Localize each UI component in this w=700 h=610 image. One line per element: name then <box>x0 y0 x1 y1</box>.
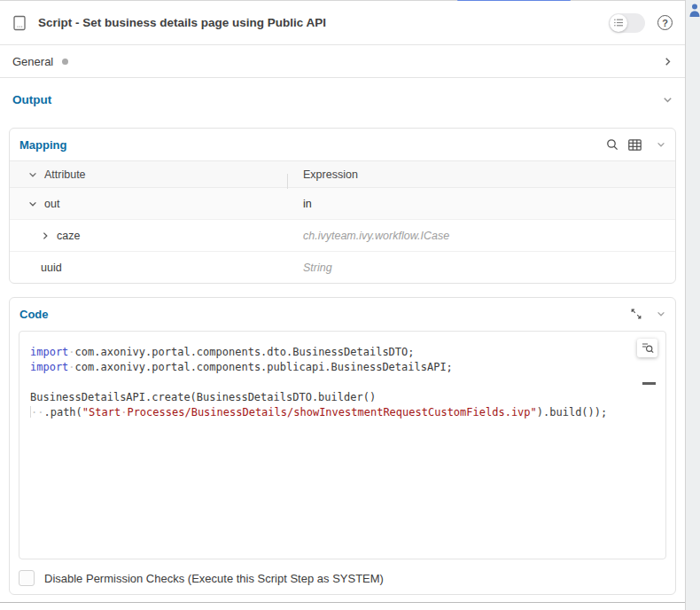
attribute-name: uuid <box>41 262 62 274</box>
table-grid-icon[interactable] <box>628 139 642 151</box>
code-editor[interactable]: import·com.axonivy.portal.components.dto… <box>19 331 666 559</box>
search-icon[interactable] <box>606 138 618 151</box>
attribute-name: caze <box>57 230 80 242</box>
list-icon <box>614 19 624 27</box>
scrollbar-marker[interactable] <box>642 382 656 385</box>
expression-placeholder[interactable]: String <box>303 262 332 274</box>
permission-checkbox-row: Disable Permission Checks (Execute this … <box>19 570 666 586</box>
chevron-down-icon[interactable] <box>663 95 673 105</box>
disable-permission-label: Disable Permission Checks (Execute this … <box>44 572 384 585</box>
section-divider <box>0 602 685 603</box>
attribute-name: out <box>44 198 59 210</box>
general-label: General <box>12 55 53 68</box>
person-icon[interactable] <box>688 3 700 19</box>
mapping-card: Mapping <box>9 128 676 284</box>
code-content[interactable]: import·com.axonivy.portal.components.dto… <box>19 332 665 420</box>
chevron-down-icon[interactable] <box>28 170 37 179</box>
chevron-down-icon[interactable] <box>28 199 37 208</box>
output-label: Output <box>12 93 51 106</box>
mapping-table-header: Attribute Expression <box>10 161 675 188</box>
expand-icon[interactable] <box>631 309 642 319</box>
mapping-card-header: Mapping <box>10 129 675 160</box>
script-inscription-panel: Script - Set business details page using… <box>0 1 685 610</box>
column-header-attribute: Attribute <box>44 168 86 181</box>
page-title: Script - Set business details page using… <box>38 16 609 29</box>
chevron-right-icon[interactable] <box>663 57 673 66</box>
table-row-out[interactable]: out in <box>10 188 675 220</box>
section-output-header[interactable]: Output <box>0 78 685 106</box>
general-status-dot <box>62 59 68 65</box>
find-in-code-icon[interactable] <box>637 339 657 357</box>
expression-value[interactable]: in <box>303 198 312 210</box>
chevron-right-icon[interactable] <box>41 231 50 240</box>
code-label: Code <box>19 308 49 321</box>
column-header-expression: Expression <box>303 168 358 181</box>
mapping-table: Attribute Expression out in <box>10 160 675 283</box>
toggle-knob <box>610 14 627 32</box>
right-sidebar-gutter <box>685 0 700 610</box>
table-row-caze[interactable]: caze ch.ivyteam.ivy.workflow.ICase <box>10 220 675 252</box>
chevron-down-icon[interactable] <box>657 309 665 318</box>
script-file-icon <box>12 15 27 31</box>
table-row-uuid[interactable]: uuid String <box>10 252 675 283</box>
code-card: Code import·com.axonivy.portal.component… <box>9 297 676 595</box>
details-toggle[interactable] <box>609 13 645 33</box>
help-icon[interactable]: ? <box>657 15 673 30</box>
chevron-down-icon[interactable] <box>657 140 665 149</box>
disable-permission-checkbox[interactable] <box>19 570 35 586</box>
panel-header: Script - Set business details page using… <box>0 1 685 45</box>
section-general[interactable]: General <box>0 45 685 78</box>
expression-placeholder[interactable]: ch.ivyteam.ivy.workflow.ICase <box>303 230 449 242</box>
mapping-label: Mapping <box>19 138 66 152</box>
code-card-header: Code <box>10 298 675 330</box>
